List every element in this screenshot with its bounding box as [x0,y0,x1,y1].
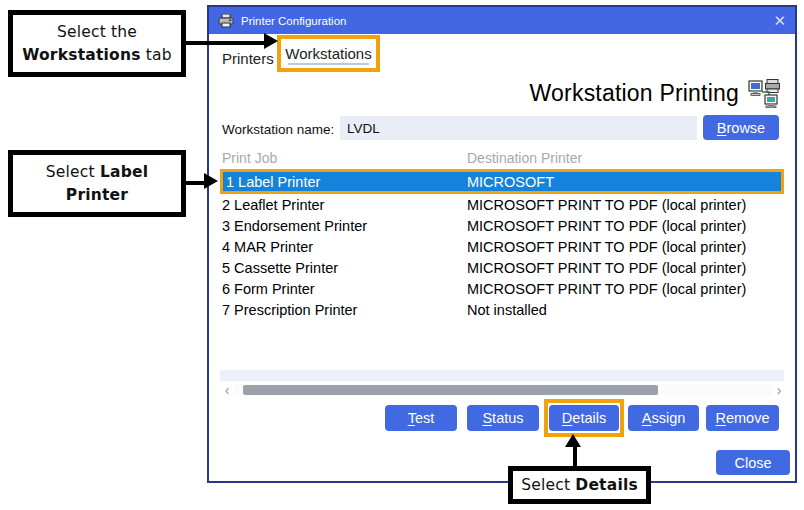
printer-icon [218,14,234,28]
scrollbar-track[interactable] [234,384,772,396]
test-button[interactable]: Test [385,405,457,431]
destination-printer-cell: MICROSOFT PRINT TO PDF (local printer) [467,260,746,276]
list-item[interactable]: 4 MAR Printer MICROSOFT PRINT TO PDF (lo… [222,236,784,257]
workstation-name-input[interactable] [340,116,697,140]
destination-printer-cell: MICROSOFT PRINT TO PDF (local printer) [467,218,746,234]
callout-select-label-printer: Select Label Printer [8,150,186,217]
details-button[interactable]: Details [549,405,619,431]
destination-printer-cell: MICROSOFT PRINT TO PDF (local printer) [467,281,746,297]
active-tab-underline [288,63,369,65]
list-item[interactable]: 7 Prescription Printer Not installed [222,299,784,320]
assign-button[interactable]: Assign [628,405,699,431]
tutorial-page: Printer Configuration ✕ Printers Worksta… [0,0,804,510]
list-item[interactable]: 5 Cassette Printer MICROSOFT PRINT TO PD… [222,257,784,278]
scroll-left-icon[interactable]: ‹ [220,383,234,397]
print-job-cell: 5 Cassette Printer [222,260,467,276]
column-header-print-job: Print Job [222,150,277,166]
destination-printer-cell: MICROSOFT [467,174,554,190]
print-job-cell: 2 Leaflet Printer [222,197,467,213]
workstation-name-label: Workstation name: [222,118,334,142]
print-job-cell: 4 MAR Printer [222,239,467,255]
workstation-printing-icon [748,79,781,108]
tab-printers[interactable]: Printers [222,47,274,71]
callout1-connector-line [186,41,264,45]
tab-workstations[interactable]: Workstations [285,45,371,62]
heading-row: Workstation Printing [530,79,781,108]
browse-button[interactable]: Browse [703,115,779,140]
print-job-cell: 6 Form Printer [222,281,467,297]
destination-printer-cell: MICROSOFT PRINT TO PDF (local printer) [467,239,746,255]
list-item[interactable]: 3 Endorsement Printer MICROSOFT PRINT TO… [222,215,784,236]
list-item-selected[interactable]: 1 Label Printer MICROSOFT [223,172,781,191]
callout2-connector-line [186,181,204,185]
callout-select-workstations-tab: Select the Workstations tab [8,10,186,77]
callout3-connector-line [573,447,577,466]
print-job-cell: 3 Endorsement Printer [222,218,467,234]
list-item[interactable]: 2 Leaflet Printer MICROSOFT PRINT TO PDF… [222,194,784,215]
arrow-right-icon [264,33,278,49]
destination-printer-cell: Not installed [467,302,547,318]
print-job-cell: 1 Label Printer [226,174,467,190]
scrollbar-thumb[interactable] [243,385,658,395]
list-bottom-strip [220,370,784,381]
horizontal-scrollbar[interactable]: ‹ › [220,383,786,397]
column-header-destination-printer: Destination Printer [467,150,582,166]
status-button[interactable]: Status [467,405,539,431]
close-button[interactable]: Close [716,450,790,475]
remove-button[interactable]: Remove [706,405,779,431]
arrow-up-icon [565,434,581,447]
list-item[interactable]: 6 Form Printer MICROSOFT PRINT TO PDF (l… [222,278,784,299]
arrow-right-icon [204,173,218,189]
workstations-tab-highlight-box: Workstations [277,35,380,72]
close-icon[interactable]: ✕ [773,13,786,28]
page-title: Workstation Printing [530,80,739,107]
destination-printer-cell: MICROSOFT PRINT TO PDF (local printer) [467,197,746,213]
selected-row-highlight-box: 1 Label Printer MICROSOFT [220,169,784,194]
title-bar[interactable]: Printer Configuration ✕ [209,7,795,34]
printer-configuration-dialog: Printer Configuration ✕ Printers Worksta… [207,5,797,483]
scroll-right-icon[interactable]: › [772,383,786,397]
window-title: Printer Configuration [241,15,346,27]
callout-select-details: Select Details [508,466,651,504]
print-job-cell: 7 Prescription Printer [222,302,467,318]
